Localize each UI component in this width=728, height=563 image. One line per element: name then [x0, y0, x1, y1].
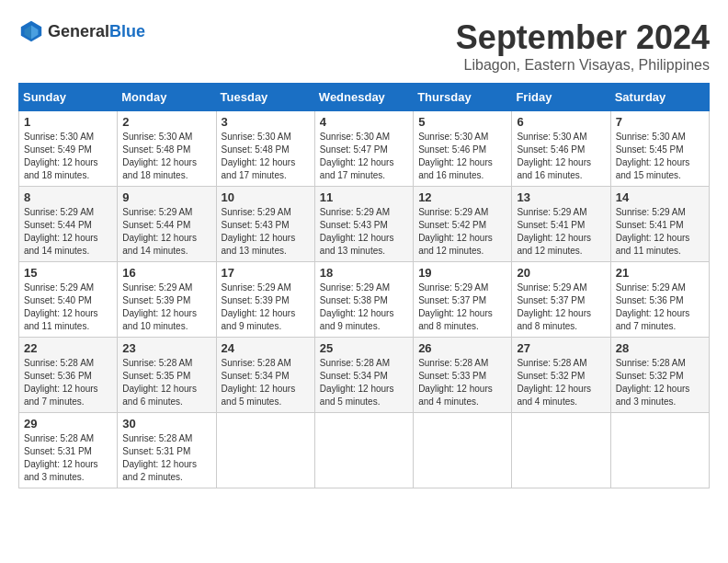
day-number: 1 [24, 115, 112, 129]
table-row: 28Sunrise: 5:28 AM Sunset: 5:32 PM Dayli… [610, 338, 709, 413]
day-number: 15 [24, 266, 112, 280]
calendar-row: 22Sunrise: 5:28 AM Sunset: 5:36 PM Dayli… [19, 338, 710, 413]
day-info: Sunrise: 5:28 AM Sunset: 5:34 PM Dayligh… [320, 357, 408, 408]
header-tuesday: Tuesday [216, 84, 314, 111]
month-title: September 2024 [456, 18, 710, 57]
day-number: 25 [320, 341, 408, 355]
header-wednesday: Wednesday [314, 84, 413, 111]
day-info: Sunrise: 5:28 AM Sunset: 5:32 PM Dayligh… [517, 357, 605, 408]
day-info: Sunrise: 5:29 AM Sunset: 5:39 PM Dayligh… [122, 282, 210, 333]
day-number: 5 [418, 115, 506, 129]
table-row: 21Sunrise: 5:29 AM Sunset: 5:36 PM Dayli… [610, 262, 709, 338]
table-row: 18Sunrise: 5:29 AM Sunset: 5:38 PM Dayli… [314, 262, 413, 338]
day-info: Sunrise: 5:29 AM Sunset: 5:38 PM Dayligh… [320, 282, 408, 333]
day-number: 4 [320, 115, 408, 129]
calendar-row: 8Sunrise: 5:29 AM Sunset: 5:44 PM Daylig… [19, 187, 710, 262]
header-saturday: Saturday [610, 84, 709, 111]
table-row [512, 413, 610, 488]
day-number: 7 [616, 115, 704, 129]
day-info: Sunrise: 5:29 AM Sunset: 5:36 PM Dayligh… [616, 282, 704, 333]
day-info: Sunrise: 5:30 AM Sunset: 5:49 PM Dayligh… [24, 131, 112, 182]
table-row: 30Sunrise: 5:28 AM Sunset: 5:31 PM Dayli… [118, 413, 216, 488]
table-row: 2Sunrise: 5:30 AM Sunset: 5:48 PM Daylig… [118, 111, 216, 187]
day-number: 13 [517, 190, 605, 204]
table-row [216, 413, 314, 488]
day-number: 16 [122, 266, 210, 280]
calendar-row: 1Sunrise: 5:30 AM Sunset: 5:49 PM Daylig… [19, 111, 710, 187]
day-info: Sunrise: 5:30 AM Sunset: 5:48 PM Dayligh… [122, 131, 210, 182]
table-row [314, 413, 413, 488]
day-number: 23 [122, 341, 210, 355]
day-number: 11 [320, 190, 408, 204]
day-number: 20 [517, 266, 605, 280]
day-number: 12 [418, 190, 506, 204]
day-number: 9 [122, 190, 210, 204]
day-info: Sunrise: 5:28 AM Sunset: 5:32 PM Dayligh… [616, 357, 704, 408]
header-sunday: Sunday [19, 84, 118, 111]
table-row: 24Sunrise: 5:28 AM Sunset: 5:34 PM Dayli… [216, 338, 314, 413]
table-row: 15Sunrise: 5:29 AM Sunset: 5:40 PM Dayli… [19, 262, 118, 338]
day-info: Sunrise: 5:29 AM Sunset: 5:39 PM Dayligh… [222, 282, 310, 333]
day-info: Sunrise: 5:29 AM Sunset: 5:37 PM Dayligh… [418, 282, 506, 333]
day-info: Sunrise: 5:29 AM Sunset: 5:37 PM Dayligh… [517, 282, 605, 333]
location-title: Libagon, Eastern Visayas, Philippines [456, 57, 710, 74]
logo-blue-text: Blue [109, 23, 145, 40]
day-info: Sunrise: 5:29 AM Sunset: 5:44 PM Dayligh… [122, 206, 210, 258]
header-thursday: Thursday [414, 84, 512, 111]
day-info: Sunrise: 5:29 AM Sunset: 5:41 PM Dayligh… [616, 206, 704, 258]
table-row: 1Sunrise: 5:30 AM Sunset: 5:49 PM Daylig… [19, 111, 118, 187]
day-number: 27 [517, 341, 605, 355]
day-info: Sunrise: 5:29 AM Sunset: 5:44 PM Dayligh… [24, 206, 112, 258]
header-monday: Monday [118, 84, 216, 111]
table-row: 9Sunrise: 5:29 AM Sunset: 5:44 PM Daylig… [118, 187, 216, 262]
table-row: 23Sunrise: 5:28 AM Sunset: 5:35 PM Dayli… [118, 338, 216, 413]
calendar-row: 29Sunrise: 5:28 AM Sunset: 5:31 PM Dayli… [19, 413, 710, 488]
logo-general-text: General [48, 23, 109, 40]
day-info: Sunrise: 5:29 AM Sunset: 5:43 PM Dayligh… [222, 206, 310, 258]
table-row: 3Sunrise: 5:30 AM Sunset: 5:48 PM Daylig… [216, 111, 314, 187]
day-info: Sunrise: 5:30 AM Sunset: 5:45 PM Dayligh… [616, 131, 704, 182]
table-row: 19Sunrise: 5:29 AM Sunset: 5:37 PM Dayli… [414, 262, 512, 338]
table-row: 8Sunrise: 5:29 AM Sunset: 5:44 PM Daylig… [19, 187, 118, 262]
table-row: 4Sunrise: 5:30 AM Sunset: 5:47 PM Daylig… [314, 111, 413, 187]
title-area: September 2024 Libagon, Eastern Visayas,… [456, 18, 710, 74]
header: General Blue September 2024 Libagon, Eas… [18, 18, 710, 74]
header-friday: Friday [512, 84, 610, 111]
table-row: 22Sunrise: 5:28 AM Sunset: 5:36 PM Dayli… [19, 338, 118, 413]
table-row: 12Sunrise: 5:29 AM Sunset: 5:42 PM Dayli… [414, 187, 512, 262]
day-number: 29 [24, 417, 112, 431]
table-row: 26Sunrise: 5:28 AM Sunset: 5:33 PM Dayli… [414, 338, 512, 413]
day-number: 14 [616, 190, 704, 204]
table-row: 14Sunrise: 5:29 AM Sunset: 5:41 PM Dayli… [610, 187, 709, 262]
calendar-header-row: Sunday Monday Tuesday Wednesday Thursday… [19, 84, 710, 111]
day-info: Sunrise: 5:28 AM Sunset: 5:31 PM Dayligh… [122, 432, 210, 484]
day-number: 2 [122, 115, 210, 129]
table-row: 25Sunrise: 5:28 AM Sunset: 5:34 PM Dayli… [314, 338, 413, 413]
day-number: 17 [222, 266, 310, 280]
day-info: Sunrise: 5:30 AM Sunset: 5:46 PM Dayligh… [517, 131, 605, 182]
day-number: 21 [616, 266, 704, 280]
table-row: 16Sunrise: 5:29 AM Sunset: 5:39 PM Dayli… [118, 262, 216, 338]
table-row: 20Sunrise: 5:29 AM Sunset: 5:37 PM Dayli… [512, 262, 610, 338]
table-row: 29Sunrise: 5:28 AM Sunset: 5:31 PM Dayli… [19, 413, 118, 488]
table-row: 13Sunrise: 5:29 AM Sunset: 5:41 PM Dayli… [512, 187, 610, 262]
day-info: Sunrise: 5:29 AM Sunset: 5:41 PM Dayligh… [517, 206, 605, 258]
day-number: 24 [222, 341, 310, 355]
day-number: 19 [418, 266, 506, 280]
day-info: Sunrise: 5:28 AM Sunset: 5:35 PM Dayligh… [122, 357, 210, 408]
table-row: 10Sunrise: 5:29 AM Sunset: 5:43 PM Dayli… [216, 187, 314, 262]
day-info: Sunrise: 5:29 AM Sunset: 5:43 PM Dayligh… [320, 206, 408, 258]
day-info: Sunrise: 5:30 AM Sunset: 5:47 PM Dayligh… [320, 131, 408, 182]
day-info: Sunrise: 5:28 AM Sunset: 5:36 PM Dayligh… [24, 357, 112, 408]
day-number: 8 [24, 190, 112, 204]
table-row: 27Sunrise: 5:28 AM Sunset: 5:32 PM Dayli… [512, 338, 610, 413]
table-row [610, 413, 709, 488]
day-number: 6 [517, 115, 605, 129]
day-number: 28 [616, 341, 704, 355]
day-number: 30 [122, 417, 210, 431]
day-info: Sunrise: 5:30 AM Sunset: 5:48 PM Dayligh… [222, 131, 310, 182]
day-info: Sunrise: 5:30 AM Sunset: 5:46 PM Dayligh… [418, 131, 506, 182]
day-info: Sunrise: 5:28 AM Sunset: 5:34 PM Dayligh… [222, 357, 310, 408]
day-number: 10 [222, 190, 310, 204]
day-info: Sunrise: 5:28 AM Sunset: 5:31 PM Dayligh… [24, 432, 112, 484]
